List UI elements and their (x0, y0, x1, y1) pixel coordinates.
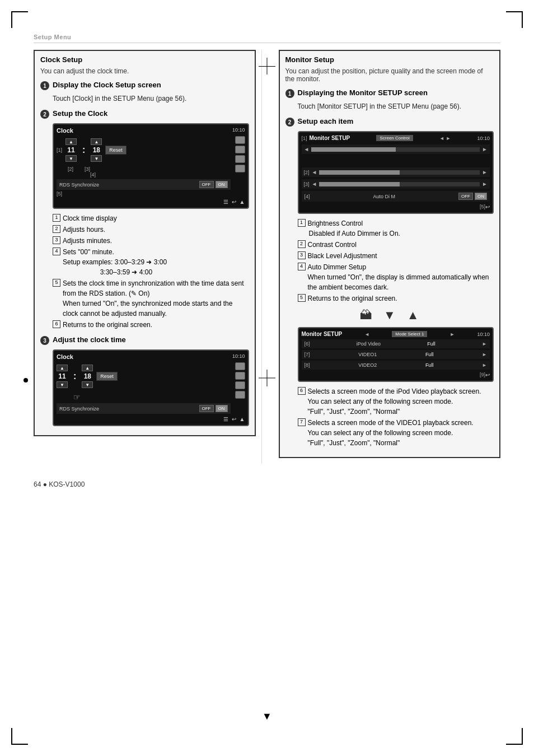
clock-step1-num: 1 (40, 81, 49, 90)
sidebar-btn-1[interactable] (235, 136, 245, 144)
sidebar-btn-8[interactable] (235, 391, 245, 399)
corner-mark-br (506, 728, 523, 745)
min-down-btn-2[interactable]: ▼ (82, 381, 93, 388)
clock-step1-title: Display the Clock Setup screen (53, 81, 161, 89)
dev-icon-back: ↩ (232, 199, 236, 205)
corner-mark-tr (506, 11, 523, 28)
sidebar-btn-3[interactable] (235, 155, 245, 163)
clock-setup-subtitle: You can adjust the clock time. (40, 67, 249, 75)
monitor-screen-time: 10:10 (477, 136, 490, 141)
sidebar-btn-7[interactable] (235, 381, 245, 389)
rds-off-btn-1[interactable]: OFF (199, 181, 214, 188)
sidebar-btn-2[interactable] (235, 146, 245, 153)
monitor-screen-title: Monitor SETUP (310, 135, 350, 141)
clock-item-6: 6 Returns to the original screen. (53, 320, 249, 330)
monitor-mode-item-6: 6 Selects a screen mode of the iPod Vide… (298, 386, 494, 417)
hour-up-btn-1[interactable]: ▲ (65, 138, 77, 145)
clock-setup-column: Clock Setup You can adjust the clock tim… (34, 50, 262, 464)
clock-item-4: 4 Sets "00" minute.Setup examples: 3:00–… (53, 247, 249, 277)
monitor-item-3: 3 Black Level Adjustment (298, 251, 494, 261)
autodim-on[interactable]: ON (475, 193, 487, 200)
reset-btn-1[interactable]: Reset (105, 146, 127, 155)
autodim-off[interactable]: OFF (458, 193, 473, 200)
clock-step2-title: Setup the Clock (53, 109, 107, 118)
clock-title-1: Clock (57, 127, 73, 134)
auto-dimmer-row: [4] Auto Di M OFF ON (302, 191, 490, 202)
monitor-step1-body: Touch [Monitor SETUP] in the SETUP Menu … (298, 101, 494, 111)
clock-setup-title: Clock Setup (40, 55, 249, 64)
monitor-screen2-title: Monitor SETUP (302, 331, 343, 337)
reset-btn-2[interactable]: Reset (96, 372, 118, 381)
min-up-btn-2[interactable]: ▲ (82, 365, 93, 371)
ipod-video-row: [6] iPod Video Full ► (302, 339, 490, 348)
clock-step3-num: 3 (40, 336, 49, 345)
sidebar-btn-5[interactable] (235, 362, 245, 370)
clock-screen-2: Clock 10:10 ▲ 11 ▼ (53, 349, 249, 426)
clock-setup-box: Clock Setup You can adjust the clock tim… (34, 50, 256, 436)
rds-off-btn-2[interactable]: OFF (199, 405, 214, 412)
sidebar-btn-4[interactable] (235, 165, 245, 172)
clock-screen-1: Clock 10:10 [1] ▲ (53, 123, 249, 209)
hour-val-2: 11 (57, 372, 68, 380)
monitor-step1-heading: 1 Displaying the Monitor SETUP screen (285, 88, 494, 98)
dev-icon-up-2: ▲ (240, 416, 245, 422)
hour-down-btn-2[interactable]: ▼ (57, 381, 68, 388)
sidebar-btn-6[interactable] (235, 372, 245, 380)
ipod-next-btn[interactable]: ► (482, 341, 487, 347)
rds-label-1: RDS Synchronize (59, 182, 99, 188)
clock-time-display-2: 10:10 (232, 353, 245, 360)
clock-step3-title: Adjust the clock time (53, 335, 126, 344)
min-up-btn-1[interactable]: ▲ (91, 138, 102, 145)
video2-next-btn[interactable]: ► (482, 362, 487, 368)
brightness-slider-row: ◄ ► (302, 144, 490, 154)
left-dot (24, 378, 28, 382)
clock-time-display-1: 10:10 (232, 127, 245, 134)
monitor-step1-title: Displaying the Monitor SETUP screen (298, 88, 428, 97)
dev-icon-up: ▲ (240, 199, 245, 205)
monitor-step1-num: 1 (285, 89, 294, 98)
monitor-screen2-tab: Mode Select 1 (392, 331, 427, 337)
clock-item-5: 5 Sets the clock time in synchronization… (53, 278, 249, 319)
contrast-slider-row: [2] ◄ ► (302, 167, 490, 177)
rds-on-btn-2[interactable]: ON (216, 405, 228, 412)
section-header: Setup Menu (34, 34, 500, 43)
dev-icon-menu-2: ☰ (223, 416, 228, 422)
monitor-step2-num: 2 (285, 118, 294, 127)
clock-step2-num: 2 (40, 110, 49, 119)
dev-icon-menu: ☰ (223, 199, 228, 205)
clock-step3-heading: 3 Adjust the clock time (40, 335, 249, 345)
monitor-step2-heading: 2 Setup each item (285, 117, 494, 127)
corner-mark-tl (11, 11, 28, 28)
monitor-back-btn[interactable]: ↩ (485, 204, 490, 210)
video1-next-btn[interactable]: ► (482, 352, 487, 357)
monitor-item-1: 1 Brightness ControlDisabled if Auto Dim… (298, 218, 494, 239)
dev-icon-back-2: ↩ (232, 416, 236, 422)
corner-mark-bl (11, 728, 28, 745)
monitor-back-btn-2[interactable]: ↩ (485, 372, 490, 378)
min-down-btn-1[interactable]: ▼ (91, 155, 102, 162)
bottom-arrow: ▼ (262, 711, 272, 722)
hour-up-btn-2[interactable]: ▲ (57, 365, 68, 371)
clock-step1-heading: 1 Display the Clock Setup screen (40, 81, 249, 90)
video2-row: [8] VIDEO2 Full ► (302, 361, 490, 370)
monitor-item-2: 2 Contrast Control (298, 240, 494, 250)
nav-icon-up-triangle: ▲ (407, 308, 419, 323)
hour-down-btn-1[interactable]: ▼ (65, 155, 77, 162)
hour-val-1: 11 (65, 146, 77, 154)
min-val-2: 18 (82, 372, 93, 380)
rds-on-btn-1[interactable]: ON (216, 181, 228, 188)
clock-items-list: 1 Clock time display 2 Adjusts hours. 3 … (53, 213, 249, 330)
monitor-item-5: 5 Returns to the original screen. (298, 293, 494, 304)
rds-label-2: RDS Synchronize (59, 406, 99, 412)
nav-icon-mountain: 🏔 (360, 308, 372, 323)
clock-item-2: 2 Adjusts hours. (53, 225, 249, 235)
clock-step2-heading: 2 Setup the Clock (40, 109, 249, 119)
monitor-item-4: 4 Auto Dimmer SetupWhen turned "On", the… (298, 262, 494, 292)
black-slider-row: [3] ◄ ► (302, 179, 490, 189)
monitor-setup-title: Monitor Setup (285, 55, 494, 64)
crosshair-center-v (267, 370, 268, 386)
nav-icon-down: ▼ (383, 308, 396, 323)
monitor-setup-column: Monitor Setup You can adjust the positio… (273, 50, 501, 464)
monitor-screen2-time: 10:10 (477, 332, 490, 337)
monitor-setup-subtitle: You can adjust the position, picture qua… (285, 67, 494, 83)
